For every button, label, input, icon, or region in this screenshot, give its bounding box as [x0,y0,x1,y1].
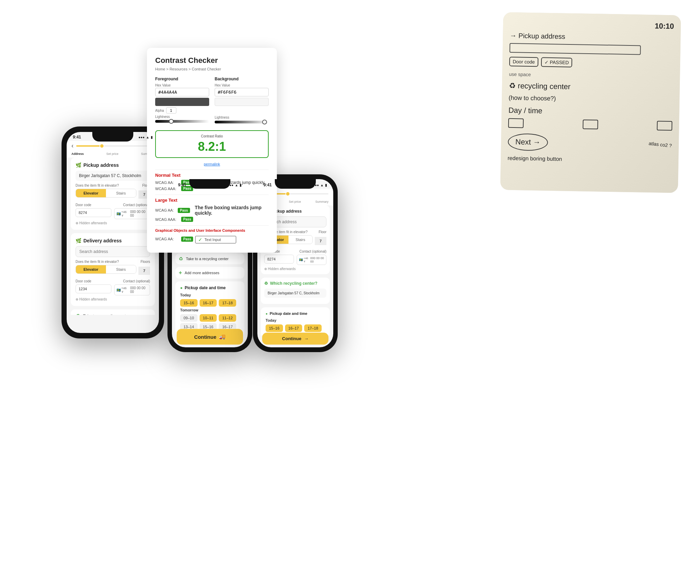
p2-tomorrow-label: Tomorrow [180,308,240,312]
delivery-door-field [76,284,111,295]
door-field [76,208,111,219]
elevator-toggle[interactable]: Elevator Stairs [76,189,136,198]
large-aa-badge: Pass [178,208,190,213]
delivery-elevator-toggle[interactable]: Elevator Stairs [76,265,136,274]
fg-lightness-bar[interactable] [155,120,209,123]
pickup-title: Pickup address [83,162,119,168]
progress-container [76,145,154,147]
p2-slot-1112[interactable]: 11–12 [219,314,236,322]
elevator-toggle-row: Elevator Stairs 7 [76,189,150,200]
delivery-door-contact-labels: Door code Contact (optional) [76,279,150,283]
p2-add-icon: + [179,270,182,276]
p2-today-label: Today [180,293,240,297]
p2-battery-icon: ▮ [240,183,242,187]
hidden-note-pickup: ⊕ Hidden afterwards [76,221,150,225]
back-button[interactable]: ‹ [71,142,73,149]
hidden-note-delivery: ⊕ Hidden afterwards [76,297,150,301]
door-label: Door code [76,203,91,207]
fg-hex-input[interactable] [155,88,209,96]
bg-lightness-bar[interactable] [215,121,269,123]
p2-slot-1617[interactable]: 16–17 [200,299,217,307]
p3-prefix[interactable]: +46 ∨ [304,257,309,263]
elevator-question-row: Does the item fit in elevator? Floor [76,184,150,187]
graphical-header: Graphical Objects and User Interface Com… [155,225,269,232]
sketch-how-choose: (how to choose?) [509,94,673,105]
p3-door-contact-inputs: 🇸🇪 +46 ∨ 000 00 00 00 [264,255,326,265]
large-aa-row: WCAG AA: Pass The five boxing wizards ju… [155,205,269,216]
p3-today-slots: 15–16 16–17 17–18 [266,324,325,332]
step-address: Address [71,152,84,156]
phone-1-notch [92,132,133,142]
p3-contact-value: 000 00 00 00 [310,256,324,263]
p2-recycling-row[interactable]: ♻ Take to a recycling center [175,253,244,264]
fg-lightness-thumb[interactable] [169,119,174,124]
delivery-door-input[interactable] [76,284,111,293]
p3-slot-1515[interactable]: 15–16 [266,324,283,332]
p2-datetime-title: Pickup date and time [185,285,226,290]
delivery-door-contact-inputs: 🇸🇪 +46 ∨ 000 00 00 00 [76,284,150,295]
phone-2-time: 9:41 [178,183,186,187]
p2-slot-1011[interactable]: 10–11 [200,314,217,322]
p2-wifi-icon: ▲ [235,183,238,187]
p2-slot-1718[interactable]: 17–18 [219,299,236,307]
p3-continue-button[interactable]: Continue → [262,333,328,345]
delivery-door-label: Door code [76,279,91,283]
p2-recycling-icon: ♻ [179,256,183,262]
bg-lightness-thumb[interactable] [262,120,267,124]
phone-1-nav: ‹ [67,141,159,152]
contact-value: 000 00 00 00 [130,210,148,217]
p3-wifi-icon: ▲ [320,183,324,187]
p2-recycling-text: Take to a recycling center [186,257,229,261]
bg-hex-input[interactable] [215,88,269,96]
p3-stairs-btn[interactable]: Stairs [288,236,312,244]
phone-prefix[interactable]: +46 ∨ [121,210,129,217]
alpha-label: Alpha [155,109,164,112]
p2-slot-0910[interactable]: 09–10 [180,314,198,322]
sketch-day-time: Day / time [508,105,672,118]
p2-continue-button[interactable]: Continue 🚚 [177,329,243,345]
p3-door-input[interactable] [264,255,294,264]
p3-recycling-address: Birger Jarlsgatan 57 C, Stockholm [264,289,326,298]
door-input[interactable] [76,208,111,217]
graphical-aa-badge: Pass [181,237,193,242]
delivery-elevator-btn[interactable]: Elevator [76,265,106,273]
p3-door-field [264,255,294,265]
alpha-input[interactable] [166,107,176,113]
phone-1-screen: 9:41 ●●● ▲ ▮ ‹ Address Set price Summary [67,132,159,333]
contrast-title: Contrast Checker [155,56,269,65]
sketch-pickup: → Pickup address [510,31,674,43]
permalink-link[interactable]: permalink [155,162,269,166]
delivery-search-input[interactable] [76,246,150,257]
p2-add-row[interactable]: + Add more addresses [175,267,244,279]
sketch-use-space: use space [509,71,673,81]
sketch-door-code: Door code [509,57,538,67]
p3-slot-1617[interactable]: 16–17 [285,324,302,332]
bg-spacer [215,107,269,116]
progress-track [76,145,154,147]
bg-label: Background [215,77,269,81]
text-input-label: Text Input [204,238,221,242]
elevator-question: Does the item fit in elevator? [76,184,119,187]
delivery-stairs-btn[interactable]: Stairs [106,265,136,273]
large-aaa-label: WCAG AAA: [155,217,179,222]
p2-slot-1515[interactable]: 15–16 [180,299,198,307]
delivery-contact-input-row: 🇸🇪 +46 ∨ 000 00 00 00 [114,284,150,295]
p3-slot-1718[interactable]: 17–18 [304,324,322,332]
elevator-btn[interactable]: Elevator [76,189,106,197]
delivery-elevator-question-row: Does the item fit in elevator? Floors [76,260,150,264]
step-price: Set price [106,152,119,156]
delivery-title: Delivery address [83,238,122,243]
graphical-aa-label: WCAG AA: [155,237,179,241]
p3-floor-value: 7 [315,237,326,245]
large-aaa-row: WCAG AAA: Pass [155,217,269,222]
sketch-atlas: atlas co2 ? [649,141,672,148]
delivery-floors-label: Floors [140,260,150,264]
signal-bars-icon: ●●● [138,135,145,139]
graphical-aa-row: WCAG AA: Pass ✓ Text Input [155,235,269,243]
p2-tomorrow-slots-1: 09–10 10–11 11–12 [180,314,240,322]
delivery-phone-prefix[interactable]: +46 ∨ [121,286,129,293]
recycling-row[interactable]: ♻ Take to a recycling center [71,309,155,315]
stairs-btn[interactable]: Stairs [106,189,136,197]
p3-contact-field: 🇸🇪 +46 ∨ 000 00 00 00 [297,255,326,265]
pickup-address: Birger Jarlsgatan 57 C, Stockholm [76,171,150,181]
